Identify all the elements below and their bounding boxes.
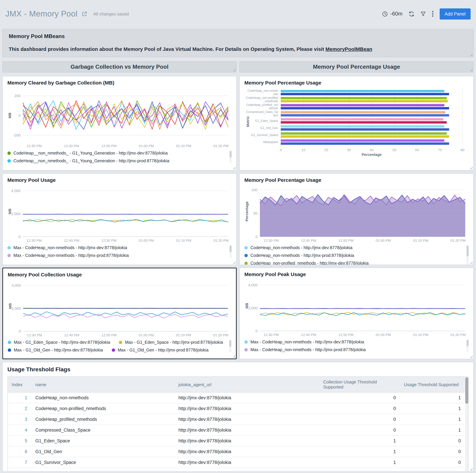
table-cell: Compressed_Class_Space: [31, 425, 174, 436]
resize-handle-icon[interactable]: [470, 53, 473, 56]
section-header-memory-pool-percentage[interactable]: Memory Pool Percentage Usage: [239, 61, 474, 72]
memory-pool-mbean-link[interactable]: MemoryPoolMBean: [325, 46, 372, 52]
collection-usage-line-chart[interactable]: 02,0004,00012:30 PM12:40 PM12:50 PM01:00…: [8, 278, 231, 338]
table-cell: 1: [319, 446, 400, 457]
column-header[interactable]: Usage Threshold Supported: [400, 377, 465, 392]
bar[interactable]: [281, 111, 445, 113]
percentage-area-chart[interactable]: 05010012:30 PM12:40 PM12:50 PM01:00 PM01…: [244, 184, 469, 243]
legend-item[interactable]: Max - CodeHeap_non-nmethods - http://jmx…: [244, 347, 462, 352]
table-row[interactable]: 8Metaspacehttp://jmx-dev:8778/jolokia01: [8, 468, 465, 472]
table-row[interactable]: 3CodeHeap_profiled_nmethodshttp://jmx-de…: [8, 414, 465, 425]
resize-handle-icon[interactable]: [470, 166, 473, 169]
column-header[interactable]: Index: [8, 377, 31, 392]
table-row[interactable]: 2CodeHeap_non-profiled_nmethodshttp://jm…: [8, 403, 465, 414]
legend-scrollbar[interactable]: [229, 340, 231, 353]
bar[interactable]: [281, 139, 444, 142]
bar-category-label: G1_Survivor_Space: [246, 133, 278, 137]
table-row[interactable]: 4Compressed_Class_Spacehttp://jmx-dev:87…: [8, 425, 465, 436]
peak-usage-line-chart[interactable]: 02,0004,00012:30 PM12:40 PM12:50 PM01:00…: [244, 278, 469, 338]
legend-scrollbar[interactable]: [467, 245, 469, 265]
scrollbar-thumb[interactable]: [230, 245, 232, 252]
add-panel-button[interactable]: Add Panel: [440, 8, 471, 19]
bar[interactable]: [281, 132, 447, 135]
percentage-bar-chart[interactable]: MetricCodeHeap_non-nmethodsCodeHeap_non-…: [244, 86, 469, 162]
table-cell: 0: [400, 436, 465, 446]
legend-item[interactable]: Max - CodeHeap_non-nmethods - http://jmx…: [7, 245, 225, 250]
resize-handle-icon[interactable]: [470, 261, 473, 264]
resize-handle-icon[interactable]: [233, 68, 236, 71]
resize-handle-icon[interactable]: [233, 261, 236, 264]
legend-item[interactable]: Max - CodeHeap_non-nmethods - http://jmx…: [7, 253, 225, 258]
section-header-garbage-collection[interactable]: Garbage Collection vs Memory Pool: [2, 61, 237, 72]
column-header[interactable]: name: [31, 377, 174, 392]
legend-item[interactable]: CodeHeap_non-nmethods - http://jmx-dev:8…: [244, 245, 353, 250]
resize-handle-icon[interactable]: [470, 468, 473, 471]
scrollbar-thumb[interactable]: [467, 340, 469, 347]
bar[interactable]: [281, 128, 449, 131]
gc-legend: CodeHeap__non_nmethods_ - G1_Young_Gener…: [7, 151, 232, 163]
svg-text:0: 0: [18, 235, 20, 239]
resize-handle-icon[interactable]: [232, 355, 235, 358]
resize-handle-icon[interactable]: [470, 355, 473, 358]
filter-icon[interactable]: [420, 11, 426, 17]
table-row[interactable]: 6G1_Old_Genhttp://jmx-dev:8778/jolokia10: [8, 446, 465, 457]
svg-text:01:20 PM: 01:20 PM: [213, 238, 229, 242]
table-cell: 4: [8, 425, 31, 436]
bar[interactable]: [281, 142, 449, 145]
svg-text:01:10 PM: 01:10 PM: [176, 144, 191, 148]
chart-title: Memory Cleared by Garbage Collection (MB…: [7, 80, 232, 85]
legend-item[interactable]: CodeHeap__non_nmethods_ - G1_Young_Gener…: [7, 159, 225, 163]
bar[interactable]: [281, 107, 449, 109]
column-header[interactable]: Collection Usage Threshold Supported: [319, 377, 400, 392]
legend-scrollbar[interactable]: [230, 151, 232, 163]
resize-handle-icon[interactable]: [233, 166, 236, 169]
legend-label: Max - CodeHeap_non-nmethods - http://jmx…: [251, 347, 366, 352]
scrollbar-thumb[interactable]: [465, 377, 468, 404]
pool-usage-line-chart[interactable]: 02,0004,00012:30 PM12:40 PM12:50 PM01:00…: [7, 184, 232, 243]
legend-scrollbar[interactable]: [467, 340, 469, 352]
refresh-icon[interactable]: [408, 11, 414, 17]
svg-text:12:40 PM: 12:40 PM: [301, 333, 316, 337]
bar[interactable]: [281, 114, 449, 116]
table-row[interactable]: 1CodeHeap_non-nmethodshttp://jmx-dev:877…: [8, 392, 465, 403]
table-cell: 2: [8, 403, 31, 414]
svg-text:12:30 PM: 12:30 PM: [264, 333, 279, 337]
bar[interactable]: [281, 93, 449, 95]
share-edit-icon[interactable]: [82, 11, 87, 17]
legend-scrollbar[interactable]: [230, 245, 232, 258]
legend-dot-icon: [7, 152, 11, 155]
table-row[interactable]: 7G1_Survivor_Spacehttp://jmx-dev:8778/jo…: [8, 457, 465, 468]
legend-label: Max - G1_Old_Gen - http://jmx-dev:8778/j…: [14, 348, 103, 353]
bar[interactable]: [281, 90, 444, 92]
bar[interactable]: [281, 104, 444, 106]
legend-label: CodeHeap_non-nmethods - http://jmx-dev:8…: [251, 245, 353, 250]
legend-item[interactable]: CodeHeap__non_nmethods_ - G1_Young_Gener…: [7, 151, 225, 155]
bar[interactable]: [281, 121, 447, 123]
scrollbar-thumb[interactable]: [467, 245, 469, 256]
table-row[interactable]: 5G1_Eden_Spacehttp://jmx-dev:8778/joloki…: [8, 436, 465, 446]
column-header[interactable]: jolokia_agent_url: [174, 377, 319, 392]
time-range-button[interactable]: -60m: [382, 11, 402, 17]
resize-handle-icon[interactable]: [470, 68, 473, 71]
legend-item[interactable]: Max - G1_Old_Gen - http://jmx-dev:8778/j…: [8, 348, 103, 353]
bar[interactable]: [281, 97, 447, 99]
scrollbar-thumb[interactable]: [229, 340, 231, 347]
bar[interactable]: [281, 100, 448, 102]
bar[interactable]: [281, 135, 449, 137]
table-cell: 7: [8, 457, 31, 468]
kebab-menu-icon[interactable]: [432, 11, 433, 17]
legend-item[interactable]: Max - G1_Old_Gen - http://jmx-prod:8778/…: [112, 348, 208, 353]
legend-item[interactable]: CodeHeap_non-nmethods - http://jmx-prod:…: [244, 253, 354, 258]
gc-line-chart[interactable]: -200020012:30 PM12:40 PM12:50 PM01:00 PM…: [7, 86, 232, 149]
legend-item[interactable]: Max - CodeHeap_non-nmethods - http://jmx…: [244, 340, 462, 344]
legend-item[interactable]: Max - G1_Eden_Space - http://jmx-dev:877…: [8, 340, 110, 345]
legend-item[interactable]: CodeHeap_non-profiled_nmethods - http://…: [244, 261, 369, 265]
legend-item[interactable]: Max - G1_Eden_Space - http://jmx-prod:87…: [119, 340, 223, 345]
legend-dot-icon: [244, 254, 248, 257]
scrollbar-thumb[interactable]: [230, 151, 232, 158]
legend-dot-icon: [7, 246, 11, 250]
bar[interactable]: [281, 125, 444, 127]
table-cell: CodeHeap_profiled_nmethods: [31, 414, 174, 425]
bar[interactable]: [281, 118, 443, 120]
table-scrollbar[interactable]: [465, 377, 468, 472]
